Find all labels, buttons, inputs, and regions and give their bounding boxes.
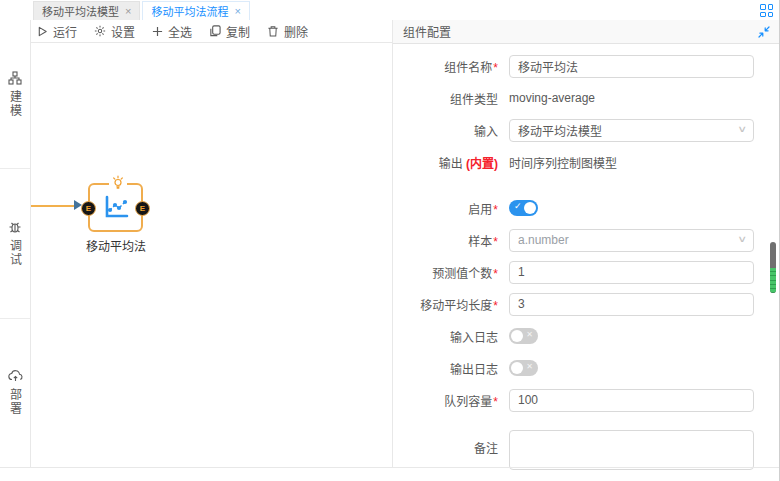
app-window: 移动平均法模型 × 移动平均法流程 × 运行 设置 全选 复制	[0, 0, 780, 481]
field-label: 启用*	[393, 200, 498, 217]
cross-icon: ✕	[526, 330, 533, 339]
close-icon[interactable]: ×	[125, 6, 131, 17]
grid-square	[768, 12, 774, 18]
gear-icon	[94, 25, 106, 37]
input-port[interactable]: E	[81, 201, 96, 216]
panel-title: 组件配置	[403, 23, 451, 40]
field-label: 预测值个数*	[393, 264, 498, 281]
field-label: 输出 (内置)	[393, 154, 498, 171]
field-label: 组件类型	[393, 90, 498, 107]
input-log-toggle[interactable]: ✕	[509, 328, 538, 344]
settings-label: 设置	[111, 23, 135, 40]
field-label: 组件名称*	[393, 58, 498, 75]
enabled-toggle[interactable]: ✓	[509, 200, 538, 216]
field-label: 输入日志	[393, 328, 498, 345]
output-port[interactable]: E	[135, 201, 150, 216]
sidebar-item-deploy[interactable]: 部署	[0, 319, 30, 467]
chevron-down-icon: ∨	[738, 124, 748, 134]
input-source-select[interactable]: 移动平均法模型	[509, 119, 754, 142]
left-sidebar: 建模 调试 部署	[0, 20, 31, 467]
apps-grid-icon[interactable]	[760, 4, 773, 17]
field-component-type: 组件类型 moving-average	[393, 82, 780, 114]
forecast-count-input[interactable]	[509, 261, 754, 284]
select-all-button[interactable]: 全选	[152, 23, 192, 40]
field-input-log: 输入日志 ✕	[393, 320, 780, 352]
queue-capacity-input[interactable]	[509, 389, 754, 412]
sample-select[interactable]: a.number	[509, 229, 754, 252]
sidebar-item-label: 调试	[7, 239, 24, 267]
scrollbar-progress	[770, 268, 776, 293]
node-label: 移动平均法	[61, 237, 171, 254]
grid-square	[760, 4, 766, 10]
remark-textarea[interactable]	[509, 430, 754, 470]
sitemap-icon	[8, 71, 22, 85]
delete-button[interactable]: 删除	[267, 23, 308, 40]
field-forecast-count: 预测值个数*	[393, 256, 780, 288]
component-type-value: moving-average	[509, 91, 595, 105]
component-name-input[interactable]	[509, 55, 754, 78]
component-config-panel: 组件配置 组件名称* 组件类型 moving-average 输入 移动平均法模…	[392, 20, 780, 467]
panel-header: 组件配置	[393, 20, 780, 44]
toggle-knob	[511, 330, 523, 342]
run-label: 运行	[53, 23, 77, 40]
sidebar-item-modeling[interactable]: 建模	[0, 20, 30, 169]
tab-moving-average-model[interactable]: 移动平均法模型 ×	[33, 1, 140, 20]
field-label: 样本*	[393, 232, 498, 249]
toggle-knob	[511, 362, 523, 374]
cross-icon: ✕	[526, 362, 533, 371]
required-mark: *	[493, 61, 498, 75]
panel-scrollbar-thumb[interactable]	[770, 242, 776, 293]
bottom-divider	[0, 467, 779, 468]
canvas-toolbar: 运行 设置 全选 复制 删除	[31, 20, 392, 43]
moving-average-node[interactable]: E E	[88, 183, 143, 232]
required-mark: *	[493, 299, 498, 313]
field-label: 输出日志	[393, 360, 498, 377]
required-mark: *	[493, 235, 498, 249]
field-label: 队列容量*	[393, 392, 498, 409]
field-moving-average-length: 移动平均长度*	[393, 288, 780, 320]
toggle-knob	[524, 202, 536, 214]
close-icon[interactable]: ×	[234, 6, 240, 17]
sidebar-item-debug[interactable]: 调试	[0, 169, 30, 318]
connector-wire[interactable]	[31, 205, 78, 207]
field-remark: 备注	[393, 430, 780, 462]
sidebar-item-label: 部署	[7, 388, 24, 416]
select-all-label: 全选	[168, 23, 192, 40]
moving-average-length-input[interactable]	[509, 293, 754, 316]
trash-icon	[267, 25, 279, 37]
tab-moving-average-flow[interactable]: 移动平均法流程 ×	[142, 1, 249, 20]
field-label: 输入	[393, 122, 498, 139]
output-log-toggle[interactable]: ✕	[509, 360, 538, 376]
tab-label: 移动平均法流程	[151, 3, 228, 19]
run-button[interactable]: 运行	[37, 23, 77, 40]
play-icon	[37, 26, 48, 37]
copy-label: 复制	[226, 23, 250, 40]
copy-button[interactable]: 复制	[209, 23, 250, 40]
plus-icon	[152, 26, 163, 37]
flow-canvas[interactable]: E E 移动平均法	[31, 43, 392, 467]
config-form: 组件名称* 组件类型 moving-average 输入 移动平均法模型 ∨ 输…	[393, 44, 780, 462]
field-component-name: 组件名称*	[393, 50, 780, 82]
lightbulb-icon	[109, 175, 127, 189]
collapse-icon[interactable]	[758, 26, 770, 38]
copy-icon	[209, 25, 221, 37]
field-sample: 样本* a.number ∨	[393, 224, 780, 256]
builtin-badge: (内置)	[466, 157, 498, 171]
tab-label: 移动平均法模型	[42, 3, 119, 19]
grid-square	[768, 4, 774, 10]
bug-icon	[8, 220, 22, 234]
required-mark: *	[493, 203, 498, 217]
output-value: 时间序列控制图模型	[509, 154, 617, 171]
field-queue-capacity: 队列容量*	[393, 384, 780, 416]
cloud-upload-icon	[8, 369, 23, 383]
field-output: 输出 (内置) 时间序列控制图模型	[393, 146, 780, 178]
chevron-down-icon: ∨	[738, 234, 748, 244]
field-output-log: 输出日志 ✕	[393, 352, 780, 384]
check-icon: ✓	[514, 201, 522, 211]
line-chart-icon	[100, 193, 132, 222]
sidebar-item-label: 建模	[7, 90, 24, 118]
field-label: 备注	[393, 430, 498, 456]
required-mark: *	[493, 267, 498, 281]
settings-button[interactable]: 设置	[94, 23, 135, 40]
grid-square	[760, 12, 766, 18]
